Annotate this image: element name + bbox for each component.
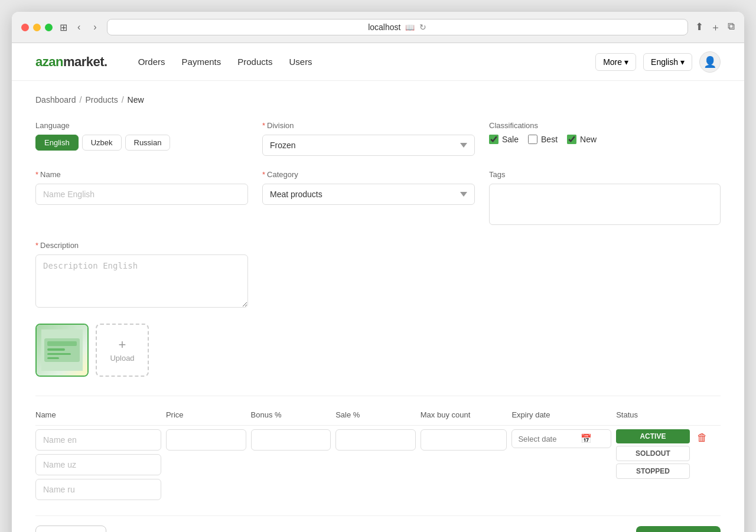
delete-row-button[interactable]: 🗑	[695, 429, 710, 446]
col-header-price: Price	[166, 410, 251, 426]
reader-icon: 📖	[405, 23, 415, 32]
avatar[interactable]: 👤	[699, 51, 721, 73]
col-header-maxbuy: Max buy count	[421, 410, 512, 426]
option-sale[interactable]	[335, 429, 416, 451]
option-price[interactable]	[166, 429, 246, 451]
add-option-button[interactable]: + Add option	[35, 526, 106, 532]
sidebar-toggle-button[interactable]: ⊞	[60, 22, 67, 33]
image-thumb-1[interactable]	[35, 324, 89, 377]
nav-links: Orders Payments Products Users	[138, 57, 576, 67]
description-label: * Description	[35, 241, 248, 250]
option-bonus[interactable]	[251, 429, 331, 451]
option-name-ru[interactable]	[35, 479, 161, 500]
nav-users[interactable]: Users	[289, 57, 312, 67]
forward-button[interactable]: ›	[90, 21, 99, 34]
col-header-status: Status	[616, 410, 695, 426]
maximize-button[interactable]	[45, 24, 53, 31]
more-menu-button[interactable]: More ▾	[595, 53, 636, 71]
back-button[interactable]: ‹	[74, 21, 83, 34]
more-label: More	[603, 57, 622, 67]
classification-new-checkbox[interactable]	[567, 135, 576, 144]
col-header-expiry: Expiry date	[511, 410, 616, 426]
form-row-1: Language English Uzbek Russian * Divisio…	[35, 121, 721, 156]
status-active-button[interactable]: ACTIVE	[616, 429, 690, 443]
col-header-sale: Sale %	[335, 410, 421, 426]
thumbnail-image	[37, 325, 87, 376]
nav-products[interactable]: Products	[237, 57, 272, 67]
classifications-section: Classifications Sale Best	[489, 121, 721, 144]
traffic-lights	[21, 24, 53, 31]
upload-placeholder[interactable]: + Upload	[96, 324, 149, 377]
add-product-button[interactable]: + Add product	[636, 526, 721, 532]
col-header-name: Name	[35, 410, 166, 426]
description-section: * Description	[35, 241, 248, 309]
lang-tab-uzbek[interactable]: Uzbek	[82, 135, 122, 151]
category-required: *	[262, 170, 265, 179]
table-row: 📅 ACTIVE SOLDOUT STOPPED 🗑	[35, 426, 721, 504]
calendar-icon[interactable]: 📅	[581, 433, 592, 444]
tabs-icon[interactable]: ⧉	[728, 21, 735, 34]
tags-input[interactable]	[489, 184, 721, 225]
col-header-action	[695, 410, 721, 426]
division-select[interactable]: Frozen Fresh Dry Beverage	[262, 135, 475, 156]
division-label: * Division	[262, 121, 475, 130]
option-name-uz[interactable]	[35, 454, 161, 475]
logo: azanmarket.	[35, 54, 107, 70]
browser-actions: ⬆ ＋ ⧉	[695, 21, 735, 34]
bonus-cell	[251, 426, 336, 504]
new-tab-icon[interactable]: ＋	[711, 21, 721, 34]
expiry-input-wrap: 📅	[511, 429, 611, 448]
classification-sale-checkbox[interactable]	[489, 135, 498, 144]
status-cell: ACTIVE SOLDOUT STOPPED	[616, 426, 695, 504]
svg-rect-5	[47, 357, 59, 359]
name-section: * Name	[35, 170, 248, 205]
breadcrumb-sep1: /	[80, 95, 82, 105]
url-text: localhost	[368, 22, 400, 32]
language-menu-button[interactable]: English ▾	[643, 53, 692, 71]
breadcrumb-current: New	[128, 95, 144, 105]
option-name-en[interactable]	[35, 429, 161, 451]
close-button[interactable]	[21, 24, 29, 31]
category-label: * Category	[262, 170, 475, 179]
classification-best-checkbox[interactable]	[528, 135, 537, 144]
share-icon[interactable]: ⬆	[695, 21, 703, 34]
address-bar[interactable]: localhost 📖 ↻	[107, 19, 688, 35]
classifications-checkboxes: Sale Best New	[489, 135, 721, 144]
language-section: Language English Uzbek Russian	[35, 121, 248, 151]
name-required: *	[35, 170, 38, 179]
expiry-cell: 📅	[511, 426, 616, 504]
category-section: * Category Meat products Dairy Vegetable…	[262, 170, 475, 205]
expiry-input[interactable]	[518, 435, 577, 443]
section-divider	[35, 396, 721, 396]
description-input[interactable]	[35, 254, 248, 308]
name-input[interactable]	[35, 184, 248, 205]
delete-cell: 🗑	[695, 426, 721, 504]
nav-orders[interactable]: Orders	[138, 57, 165, 67]
price-cell	[166, 426, 251, 504]
classification-new[interactable]: New	[567, 135, 597, 144]
col-header-bonus: Bonus %	[251, 410, 336, 426]
tags-section: Tags	[489, 170, 721, 227]
classification-best[interactable]: Best	[528, 135, 558, 144]
lang-chevron-icon: ▾	[680, 57, 685, 67]
nav-payments[interactable]: Payments	[182, 57, 221, 67]
breadcrumb-products[interactable]: Products	[85, 95, 118, 105]
breadcrumb-dashboard[interactable]: Dashboard	[35, 95, 76, 105]
division-section: * Division Frozen Fresh Dry Beverage	[262, 121, 475, 156]
language-label: Language	[35, 121, 248, 130]
category-select[interactable]: Meat products Dairy Vegetables Fruits	[262, 184, 475, 205]
status-soldout-button[interactable]: SOLDOUT	[616, 446, 690, 461]
language-tabs: English Uzbek Russian	[35, 135, 248, 151]
classification-sale[interactable]: Sale	[489, 135, 519, 144]
division-required: *	[262, 121, 265, 130]
avatar-icon: 👤	[703, 56, 716, 68]
minimize-button[interactable]	[33, 24, 41, 31]
lang-tab-english[interactable]: English	[35, 135, 79, 151]
status-stopped-button[interactable]: STOPPED	[616, 464, 690, 479]
navbar: azanmarket. Orders Payments Products Use…	[12, 43, 744, 81]
more-chevron-icon: ▾	[624, 57, 628, 67]
refresh-icon[interactable]: ↻	[419, 22, 426, 32]
option-maxbuy[interactable]	[421, 429, 507, 451]
name-label: * Name	[35, 170, 248, 179]
lang-tab-russian[interactable]: Russian	[125, 135, 171, 151]
